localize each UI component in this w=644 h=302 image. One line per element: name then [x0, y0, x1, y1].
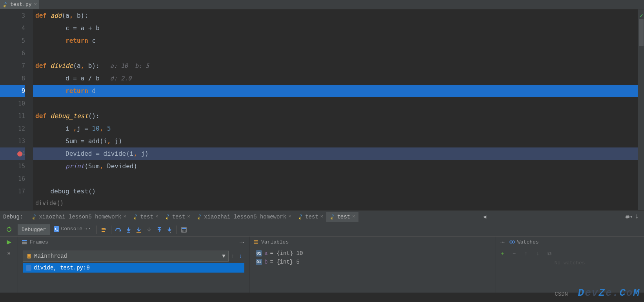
svg-rect-9 — [22, 243, 27, 244]
debug-toolbar: Debugger Console →• — [0, 223, 644, 236]
svg-rect-5 — [182, 228, 186, 229]
debug-config-tab[interactable]: test× — [162, 212, 193, 222]
left-rail: » — [0, 237, 18, 293]
frames-panel: Frames →• MainThread ▼ ↑ ↓ divide, test.… — [18, 237, 249, 293]
debug-config-tab[interactable]: test× — [295, 212, 326, 222]
watch-up-icon[interactable]: ↑ — [522, 250, 530, 258]
svg-rect-3 — [158, 227, 161, 228]
thread-select[interactable]: MainThread — [23, 251, 219, 262]
watches-panel: →• Watches ＋ − ↑ ↓ ⧉ No watches — [495, 237, 644, 293]
remove-watch-icon[interactable]: − — [510, 250, 518, 258]
svg-rect-2 — [136, 232, 141, 233]
step-over-icon[interactable] — [113, 225, 124, 235]
prev-frame-icon[interactable]: ↑ — [229, 252, 236, 260]
debug-label: Debug: — [3, 214, 23, 220]
rerun-icon[interactable] — [4, 224, 14, 235]
next-frame-icon[interactable]: ↓ — [236, 252, 244, 260]
variables-title: Variables — [261, 239, 492, 245]
pin-icon[interactable]: ⭳ — [633, 213, 641, 221]
svg-rect-11 — [26, 265, 31, 271]
force-step-into-icon[interactable] — [144, 225, 154, 235]
debug-run-bar: Debug: xiaozhai_lesson5_homework×test×te… — [0, 210, 644, 223]
file-tab-label: test.py — [10, 2, 32, 7]
stack-frame[interactable]: divide, test.py:9 — [23, 263, 244, 273]
svg-point-12 — [510, 241, 512, 243]
context-breadcrumb: divide() — [35, 197, 64, 209]
svg-rect-7 — [22, 240, 27, 241]
svg-rect-1 — [127, 232, 130, 233]
file-tab[interactable]: test.py × — [0, 0, 39, 9]
more-icon[interactable]: » — [4, 248, 14, 258]
svg-rect-8 — [22, 242, 27, 243]
step-into-icon[interactable] — [124, 225, 134, 235]
show-execution-point-icon[interactable] — [99, 225, 109, 235]
duplicate-watch-icon[interactable]: ⧉ — [546, 250, 553, 258]
watch-down-icon[interactable]: ↓ — [534, 250, 542, 258]
resume-icon[interactable] — [4, 237, 14, 247]
svg-rect-6 — [7, 240, 7, 244]
debug-config-tab[interactable]: xiaozhai_lesson5_homework× — [28, 212, 129, 222]
debug-config-tab[interactable]: xiaozhai_lesson5_homework× — [193, 212, 295, 222]
inspection-ok-icon[interactable]: ✔ — [639, 12, 643, 20]
breakpoint-icon[interactable] — [17, 151, 22, 156]
watches-title: Watches — [517, 239, 641, 245]
svg-point-13 — [512, 241, 515, 243]
watches-icon — [509, 239, 515, 245]
frames-icon — [21, 239, 27, 245]
watches-empty-text: No watches — [495, 260, 644, 266]
code-area[interactable]: def add(a, b): c = a + b return c def di… — [33, 9, 644, 210]
gutter: 34567891011121314151617 — [0, 9, 33, 210]
run-to-cursor-icon[interactable] — [164, 225, 175, 235]
variables-panel: Variables 01 a = {int} 1001 b = {int} 5 — [249, 237, 495, 293]
frames-title: Frames — [30, 239, 236, 245]
gear-icon[interactable]: ▾ — [625, 213, 633, 221]
console-tab[interactable]: Console →• — [50, 224, 95, 236]
watermark: CSDN DevZe.CoM — [555, 287, 640, 299]
restore-layout-icon[interactable]: →• — [498, 238, 506, 246]
variables-icon — [253, 239, 259, 245]
restore-layout-icon[interactable]: →• — [238, 238, 246, 246]
step-out-icon[interactable] — [154, 225, 164, 235]
debugger-tab[interactable]: Debugger — [18, 224, 50, 235]
variable-row[interactable]: 01 b = {int} 5 — [253, 258, 492, 266]
scrollbar-thumb[interactable] — [639, 19, 644, 46]
step-into-my-code-icon[interactable] — [134, 225, 144, 235]
variable-row[interactable]: 01 a = {int} 10 — [253, 249, 492, 258]
debug-config-tab[interactable]: test× — [326, 212, 358, 222]
thread-dropdown-icon[interactable]: ▼ — [219, 251, 229, 262]
debug-config-tab[interactable]: test× — [129, 212, 161, 222]
add-watch-icon[interactable]: ＋ — [498, 250, 506, 258]
code-editor[interactable]: 34567891011121314151617 def add(a, b): c… — [0, 9, 644, 210]
debug-panels: » Frames →• MainThread ▼ ↑ ↓ divide, tes… — [0, 236, 644, 293]
close-icon[interactable]: × — [34, 2, 37, 7]
file-tab-bar: test.py × — [0, 0, 644, 9]
evaluate-expression-icon[interactable] — [179, 225, 189, 235]
python-icon — [2, 2, 8, 7]
scroll-left-icon[interactable]: ◀ — [480, 213, 490, 220]
